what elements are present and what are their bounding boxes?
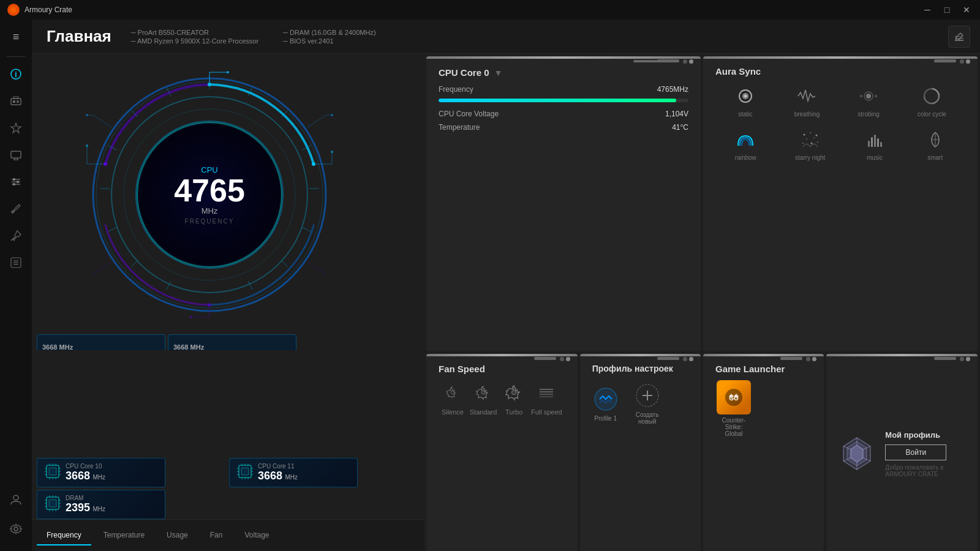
svg-rect-7 — [11, 151, 21, 158]
sidebar-item-gear[interactable] — [4, 517, 28, 541]
svg-point-118 — [744, 95, 747, 97]
edit-button[interactable] — [948, 26, 970, 48]
game-title: Game Launcher — [715, 364, 812, 374]
aura-option-breathing[interactable]: breathing — [794, 85, 820, 118]
svg-point-58 — [208, 303, 211, 307]
tab-fan[interactable]: Fan — [200, 526, 233, 545]
header: Главная ProArt B550-CREATOR AMD Ryzen 9 … — [32, 20, 980, 54]
svg-point-57 — [104, 162, 107, 166]
music-label: music — [867, 154, 883, 161]
metric-unit-0: MHz — [93, 474, 106, 481]
temp-label: Temperature — [439, 123, 480, 132]
aura-option-starrynight[interactable]: starry night — [795, 129, 825, 161]
tab-voltage[interactable]: Voltage — [235, 526, 279, 545]
svg-point-140 — [512, 391, 516, 395]
game-item-csgo[interactable]: GO Counter-Strike: Global — [715, 380, 752, 437]
sidebar-item-display[interactable] — [4, 143, 28, 167]
svg-point-122 — [875, 95, 877, 97]
aura-option-strobing[interactable]: strobing — [858, 85, 880, 118]
myprofile-top-bar — [826, 354, 978, 356]
cpu-visualization: CPU 4765 MHz FREQUENCY — [81, 66, 338, 323]
svg-rect-131 — [868, 141, 870, 147]
freq-bar — [439, 99, 676, 102]
breathing-icon — [796, 85, 818, 107]
svg-point-139 — [481, 391, 485, 394]
metric-unit-1: MHz — [285, 474, 298, 481]
profile-label-new: Создать новый — [636, 411, 659, 425]
myprofile-title: Мой профиль — [885, 430, 965, 440]
svg-point-15 — [17, 181, 19, 183]
voltage-row: CPU Core Voltage 1,104V — [439, 110, 688, 118]
game-content: Game Launcher GO — [703, 354, 824, 444]
tab-frequency[interactable]: Frequency — [37, 526, 91, 545]
aura-option-colorcycle[interactable]: color cycle — [918, 85, 946, 118]
aura-options-row-1: static breathing — [715, 85, 965, 118]
svg-point-48 — [331, 151, 333, 153]
svg-point-138 — [451, 391, 454, 394]
app-title: Armoury Crate — [24, 6, 921, 14]
fan-options: Silence Standard — [439, 383, 565, 416]
temp-value: 41°C — [672, 123, 688, 132]
profile-top-bar — [580, 354, 701, 356]
sidebar-item-user[interactable] — [4, 487, 28, 512]
svg-line-64 — [302, 227, 311, 231]
fan-option-standard[interactable]: Standard — [470, 383, 497, 416]
metric-value-0: 3668 — [66, 470, 90, 482]
bottom-row: Fan Speed Silence — [426, 354, 978, 551]
partial-value-1: 3668 MHz — [173, 343, 204, 350]
turbo-fan-icon — [503, 383, 525, 405]
main-content: Главная ProArt B550-CREATOR AMD Ryzen 9 … — [32, 20, 980, 551]
cpu-core-chevron[interactable]: ▼ — [494, 68, 503, 78]
sidebar-item-aura[interactable] — [4, 116, 28, 140]
profile-options: Profile 1 — [592, 382, 688, 425]
fan-option-fullspeed[interactable]: Full speed — [531, 383, 562, 416]
svg-line-41 — [307, 115, 326, 127]
static-icon — [734, 85, 756, 107]
profile-item-new[interactable]: Создать новый — [634, 382, 661, 425]
svg-point-55 — [208, 83, 211, 86]
minimize-button[interactable]: ─ — [921, 5, 933, 15]
cpu-core-icon-0 — [43, 462, 62, 483]
profile-item-1[interactable]: Profile 1 — [592, 386, 619, 422]
sidebar-item-menu[interactable]: ≡ — [4, 24, 28, 49]
aura-option-music[interactable]: music — [864, 129, 886, 161]
myprofile-avatar — [839, 435, 875, 472]
partial-value-0: 3668 MHz — [42, 343, 73, 350]
cpu-core-icon-2 — [43, 494, 62, 515]
static-label: static — [738, 111, 752, 118]
sidebar-item-settings[interactable] — [4, 170, 28, 194]
svg-point-24 — [14, 527, 18, 531]
svg-line-69 — [108, 146, 117, 150]
aura-option-rainbow[interactable]: rainbow — [734, 129, 756, 161]
svg-point-129 — [810, 143, 812, 144]
svg-rect-89 — [241, 468, 249, 475]
page-title: Главная — [47, 27, 111, 46]
aura-option-smart[interactable]: smart — [924, 129, 946, 161]
tab-temperature[interactable]: Temperature — [94, 526, 154, 545]
close-button[interactable]: ✕ — [960, 5, 973, 15]
svg-rect-4 — [13, 100, 15, 103]
sidebar-item-list[interactable] — [4, 250, 28, 275]
svg-line-61 — [281, 110, 288, 117]
partial-card-0: 3668 MHz — [37, 334, 165, 350]
sidebar-item-info[interactable]: i — [4, 62, 28, 86]
standard-label: Standard — [470, 408, 497, 416]
fan-option-turbo[interactable]: Turbo — [503, 383, 525, 416]
freq-row: Frequency 4765MHz — [439, 85, 688, 94]
restore-button[interactable]: □ — [941, 5, 953, 15]
aura-options-row-2: rainbow — [715, 129, 965, 161]
tab-usage[interactable]: Usage — [157, 526, 198, 545]
spec-bios: BIOS ver.2401 — [283, 37, 375, 45]
card-controls — [657, 59, 693, 64]
login-button[interactable]: Войти — [885, 444, 946, 460]
smart-label: smart — [927, 154, 943, 161]
myprofile-welcome: Добро пожаловать в ARMOURY CRATE — [885, 464, 965, 478]
breathing-label: breathing — [794, 111, 820, 118]
cpu-freq-label: FREQUENCY — [174, 218, 245, 225]
svg-rect-133 — [874, 135, 876, 147]
sidebar-item-pin[interactable] — [4, 223, 28, 248]
aura-option-static[interactable]: static — [734, 85, 756, 118]
sidebar-item-hardware[interactable] — [4, 89, 28, 113]
sidebar-item-tools[interactable] — [4, 197, 28, 221]
fan-option-silence[interactable]: Silence — [442, 383, 464, 416]
